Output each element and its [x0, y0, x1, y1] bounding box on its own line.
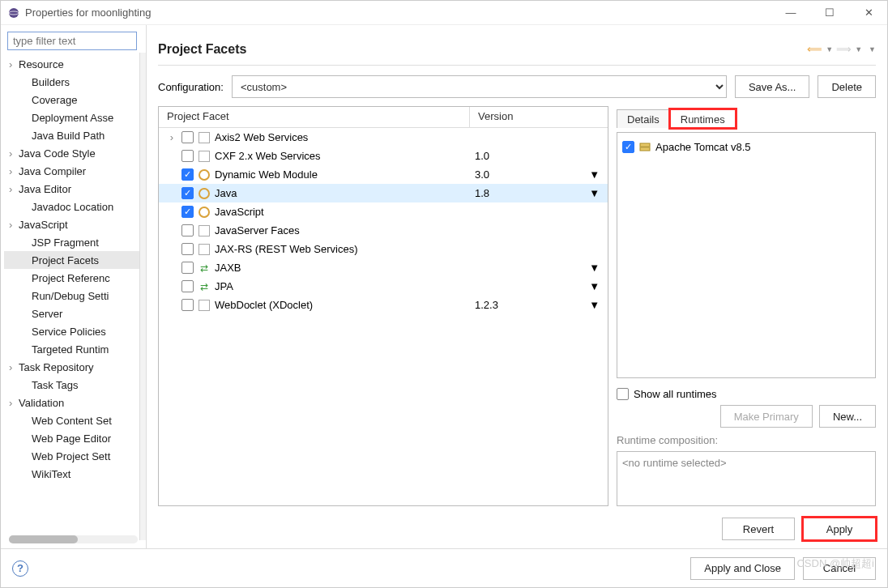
apply-and-close-button[interactable]: Apply and Close [690, 557, 795, 580]
page-title: Project Facets [158, 42, 246, 57]
expand-icon[interactable]: › [9, 183, 19, 195]
runtimes-list[interactable]: Apache Tomcat v8.5 [617, 132, 876, 378]
facet-row[interactable]: ⇄JPA▼ [159, 277, 608, 296]
runtime-composition-box: <no runtime selected> [617, 451, 876, 506]
show-all-checkbox[interactable] [617, 388, 629, 400]
facet-row[interactable]: WebDoclet (XDoclet)1.2.3▼ [159, 296, 608, 314]
make-primary-button[interactable]: Make Primary [720, 405, 813, 428]
facet-row[interactable]: JavaServer Faces [159, 221, 608, 240]
sidebar-item-label: Java Code Style [19, 147, 96, 160]
facet-checkbox[interactable] [181, 243, 194, 255]
help-icon[interactable]: ? [12, 560, 28, 577]
facet-checkbox[interactable] [181, 150, 194, 162]
sidebar-item[interactable]: Java Build Path [4, 126, 143, 144]
facet-checkbox[interactable] [181, 168, 194, 181]
sidebar-item[interactable]: ›Java Compiler [4, 162, 143, 180]
expand-icon[interactable]: › [9, 397, 19, 409]
sidebar-item[interactable]: Targeted Runtim [4, 340, 143, 358]
sidebar-item[interactable]: Javadoc Location [4, 198, 143, 215]
facet-row[interactable]: Dynamic Web Module3.0▼ [159, 165, 608, 184]
sidebar-item[interactable]: ›Java Code Style [4, 144, 143, 162]
facet-checkbox[interactable] [181, 262, 194, 274]
facet-row[interactable]: Java1.8▼ [159, 184, 608, 202]
sidebar-item[interactable]: WikiText [4, 465, 143, 483]
facet-checkbox[interactable] [181, 224, 194, 236]
sidebar-item[interactable]: Coverage [4, 91, 143, 109]
sidebar-item[interactable]: Run/Debug Setti [4, 287, 143, 305]
sidebar-item[interactable]: ›Task Repository [4, 358, 143, 376]
sidebar-item[interactable]: Project Referenc [4, 269, 143, 287]
sidebar-item[interactable]: ›JavaScript [4, 215, 143, 233]
facet-row[interactable]: CXF 2.x Web Services1.0 [159, 147, 608, 165]
facet-row[interactable]: JavaScript [159, 202, 608, 221]
expand-icon[interactable]: › [167, 131, 177, 143]
facet-checkbox[interactable] [181, 280, 194, 292]
sidebar-item[interactable]: Web Content Set [4, 411, 143, 429]
sidebar-item[interactable]: Project Facets [4, 251, 143, 269]
cancel-button[interactable]: Cancel [803, 557, 876, 580]
doc-icon [199, 132, 210, 143]
facet-name: JPA [215, 280, 233, 292]
sidebar-item[interactable]: JSP Fragment [4, 233, 143, 251]
version-dropdown-icon[interactable]: ▼ [589, 280, 600, 292]
delete-button[interactable]: Delete [818, 75, 876, 98]
version-dropdown-icon[interactable]: ▼ [589, 299, 600, 311]
view-menu-icon[interactable]: ▼ [869, 45, 876, 53]
close-icon[interactable]: ✕ [856, 6, 881, 19]
forward-menu-icon[interactable]: ▼ [855, 45, 862, 53]
facet-list[interactable]: ›Axis2 Web ServicesCXF 2.x Web Services1… [159, 128, 608, 505]
sidebar-hscroll[interactable] [9, 535, 138, 543]
facet-checkbox[interactable] [181, 131, 194, 143]
sidebar-item[interactable]: Task Tags [4, 376, 143, 394]
tab-runtimes[interactable]: Runtimes [670, 109, 736, 128]
facet-checkbox[interactable] [181, 187, 194, 199]
facet-name: Axis2 Web Services [215, 131, 308, 143]
save-as-button[interactable]: Save As... [735, 75, 810, 98]
tab-details[interactable]: Details [617, 109, 670, 128]
facet-row[interactable]: ⇄JAXB▼ [159, 258, 608, 277]
revert-button[interactable]: Revert [722, 518, 795, 540]
maximize-icon[interactable]: ☐ [818, 6, 842, 19]
sidebar-item[interactable]: Web Project Sett [4, 447, 143, 465]
sidebar-item[interactable]: ›Java Editor [4, 180, 143, 198]
apply-button[interactable]: Apply [803, 518, 876, 540]
version-dropdown-icon[interactable]: ▼ [589, 168, 600, 181]
col-version[interactable]: Version [470, 107, 608, 128]
back-menu-icon[interactable]: ▼ [826, 45, 833, 53]
svg-point-0 [9, 8, 19, 18]
back-icon[interactable]: ⟸ [807, 43, 822, 55]
expand-icon[interactable]: › [9, 165, 19, 177]
sidebar-item[interactable]: ›Resource [4, 55, 143, 73]
forward-icon[interactable]: ⟹ [836, 43, 852, 55]
col-project-facet[interactable]: Project Facet [159, 107, 470, 128]
configuration-select[interactable]: <custom> [232, 75, 727, 98]
new-runtime-button[interactable]: New... [819, 405, 876, 428]
expand-icon[interactable]: › [9, 147, 19, 160]
filter-input[interactable] [7, 32, 137, 50]
facet-version: 1.8 [475, 187, 489, 199]
facet-checkbox[interactable] [181, 206, 194, 218]
sidebar-item-label: Java Editor [19, 183, 71, 195]
sidebar-item[interactable]: Deployment Asse [4, 109, 143, 126]
expand-icon[interactable]: › [9, 58, 19, 70]
gear-icon [199, 188, 210, 199]
sidebar-item[interactable]: Server [4, 305, 143, 322]
doc-icon [199, 244, 210, 255]
runtime-checkbox[interactable] [622, 141, 634, 153]
facet-row[interactable]: JAX-RS (REST Web Services) [159, 240, 608, 258]
sidebar-item[interactable]: Service Policies [4, 322, 143, 340]
sidebar-item[interactable]: ›Validation [4, 394, 143, 411]
expand-icon[interactable]: › [9, 361, 19, 373]
runtime-row[interactable]: Apache Tomcat v8.5 [622, 138, 870, 156]
facet-checkbox[interactable] [181, 299, 194, 311]
facet-row[interactable]: ›Axis2 Web Services [159, 128, 608, 147]
minimize-icon[interactable]: — [779, 6, 803, 19]
sidebar-item-label: WikiText [32, 468, 70, 480]
expand-icon[interactable]: › [9, 219, 19, 231]
version-dropdown-icon[interactable]: ▼ [589, 262, 600, 274]
sidebar-item[interactable]: Builders [4, 73, 143, 91]
version-dropdown-icon[interactable]: ▼ [589, 187, 600, 199]
sidebar-vscroll[interactable] [139, 53, 146, 540]
sidebar-item[interactable]: Web Page Editor [4, 429, 143, 447]
category-tree[interactable]: ›ResourceBuildersCoverageDeployment Asse… [4, 55, 143, 532]
